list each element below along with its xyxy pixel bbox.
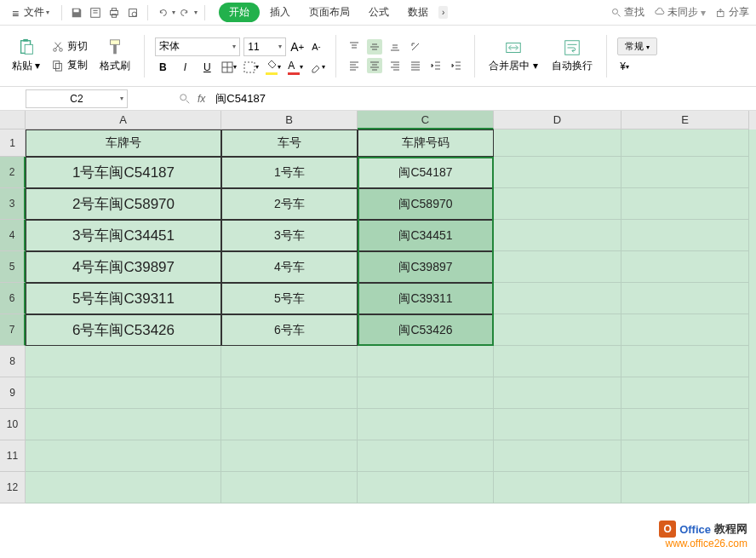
align-right-icon[interactable] — [387, 58, 403, 73]
tab-page-layout[interactable]: 页面布局 — [301, 2, 358, 23]
tab-start[interactable]: 开始 — [219, 3, 260, 22]
cell-B12[interactable] — [221, 472, 358, 503]
cell-C1[interactable]: 车牌号码 — [358, 129, 494, 157]
file-menu[interactable]: 文件 ▾ — [7, 3, 54, 21]
cell-D3[interactable] — [494, 188, 621, 220]
indent-decrease-icon[interactable] — [428, 58, 444, 73]
cell-A5[interactable]: 4号车闽C39897 — [26, 251, 221, 283]
cell-A8[interactable] — [26, 346, 221, 377]
cell-C9[interactable] — [358, 377, 494, 409]
cell-D11[interactable] — [494, 440, 621, 472]
col-header-C[interactable]: C — [358, 111, 494, 129]
cell-C10[interactable] — [358, 409, 494, 440]
increase-font-icon[interactable]: A+ — [289, 39, 305, 55]
row-header-9[interactable]: 9 — [0, 377, 26, 409]
row-header-4[interactable]: 4 — [0, 220, 26, 251]
align-top-icon[interactable] — [346, 39, 362, 55]
print-preview-icon[interactable] — [125, 5, 140, 20]
align-middle-icon[interactable] — [367, 39, 382, 55]
cell-D1[interactable] — [494, 129, 621, 157]
cell-A10[interactable] — [26, 409, 221, 440]
search-button[interactable]: 查找 — [611, 5, 644, 20]
cell-C11[interactable] — [358, 440, 494, 472]
align-justify-icon[interactable] — [408, 58, 423, 73]
cell-A7[interactable]: 6号车闽C53426 — [26, 314, 221, 346]
fx-icon[interactable]: fx — [198, 93, 205, 105]
clear-format-button[interactable]: ▾ — [310, 60, 325, 75]
row-header-8[interactable]: 8 — [0, 346, 26, 377]
cell-E2[interactable] — [621, 157, 749, 188]
cell-D10[interactable] — [494, 409, 621, 440]
italic-button[interactable]: I — [177, 60, 192, 75]
cell-C8[interactable] — [358, 346, 494, 377]
cell-D2[interactable] — [494, 157, 621, 188]
cell-E7[interactable] — [621, 314, 749, 346]
cell-C2[interactable]: 闽C54187 — [358, 157, 494, 188]
cell-C12[interactable] — [358, 472, 494, 503]
cell-D12[interactable] — [494, 472, 621, 503]
fill-color-button[interactable]: ▾ — [266, 60, 281, 75]
cell-B7[interactable]: 6号车 — [221, 314, 358, 346]
cell-C4[interactable]: 闽C34451 — [358, 220, 494, 251]
font-size-select[interactable]: 11 ▾ — [243, 37, 286, 56]
cell-E4[interactable] — [621, 220, 749, 251]
cell-B3[interactable]: 2号车 — [221, 188, 358, 220]
font-name-select[interactable]: 宋体 ▾ — [155, 37, 240, 56]
cell-D5[interactable] — [494, 251, 621, 283]
cell-B5[interactable]: 4号车 — [221, 251, 358, 283]
cell-D9[interactable] — [494, 377, 621, 409]
font-color-button[interactable]: A ▾ — [288, 60, 303, 75]
cell-D7[interactable] — [494, 314, 621, 346]
row-header-2[interactable]: 2 — [0, 157, 26, 188]
cell-A2[interactable]: 1号车闽C54187 — [26, 157, 221, 188]
currency-icon[interactable]: ¥▾ — [617, 59, 633, 74]
row-header-7[interactable]: 7 — [0, 314, 26, 346]
print-icon[interactable] — [106, 5, 122, 20]
cell-E1[interactable] — [621, 129, 749, 157]
redo-icon[interactable] — [177, 5, 192, 20]
cell-E6[interactable] — [621, 283, 749, 314]
cell-A12[interactable] — [26, 472, 221, 503]
wrap-text-button[interactable]: 自动换行 — [548, 37, 596, 75]
cell-D8[interactable] — [494, 346, 621, 377]
row-header-5[interactable]: 5 — [0, 251, 26, 283]
cell-C6[interactable]: 闽C39311 — [358, 283, 494, 314]
row-header-6[interactable]: 6 — [0, 283, 26, 314]
paste-button[interactable]: 粘贴 ▾ — [9, 37, 43, 75]
cell-C7[interactable]: 闽C53426 — [358, 314, 494, 346]
save-as-icon[interactable] — [88, 5, 103, 20]
copy-button[interactable]: 复制 — [50, 57, 89, 73]
indent-increase-icon[interactable] — [449, 58, 464, 73]
tab-formula[interactable]: 公式 — [360, 2, 398, 23]
redo-dropdown[interactable]: ▾ — [194, 9, 198, 16]
cell-A9[interactable] — [26, 377, 221, 409]
cell-A3[interactable]: 2号车闽C58970 — [26, 188, 221, 220]
align-bottom-icon[interactable] — [387, 39, 403, 55]
col-header-B[interactable]: B — [221, 111, 358, 129]
cell-B4[interactable]: 3号车 — [221, 220, 358, 251]
tabs-more[interactable]: › — [438, 6, 448, 19]
formula-input[interactable] — [209, 89, 756, 108]
col-header-A[interactable]: A — [26, 111, 221, 129]
name-box[interactable]: C2 ▾ — [26, 89, 128, 108]
cell-A6[interactable]: 5号车闽C39311 — [26, 283, 221, 314]
cell-E11[interactable] — [621, 440, 749, 472]
cell-B8[interactable] — [221, 346, 358, 377]
share-button[interactable]: 分享 — [716, 5, 749, 20]
cell-B1[interactable]: 车号 — [221, 129, 358, 157]
tab-data[interactable]: 数据 — [399, 2, 437, 23]
number-format-select[interactable]: 常规 ▾ — [617, 37, 657, 55]
orientation-icon[interactable] — [408, 39, 423, 55]
col-header-D[interactable]: D — [494, 111, 621, 129]
row-header-10[interactable]: 10 — [0, 409, 26, 440]
underline-button[interactable]: U — [199, 60, 215, 75]
cell-B10[interactable] — [221, 409, 358, 440]
sync-button[interactable]: 未同步 ▾ — [655, 5, 706, 20]
cell-C3[interactable]: 闽C58970 — [358, 188, 494, 220]
align-left-icon[interactable] — [346, 58, 362, 73]
cell-B9[interactable] — [221, 377, 358, 409]
cell-D6[interactable] — [494, 283, 621, 314]
row-header-1[interactable]: 1 — [0, 129, 26, 157]
cell-style-button[interactable]: ▾ — [243, 60, 259, 75]
undo-dropdown[interactable]: ▾ — [172, 9, 175, 16]
